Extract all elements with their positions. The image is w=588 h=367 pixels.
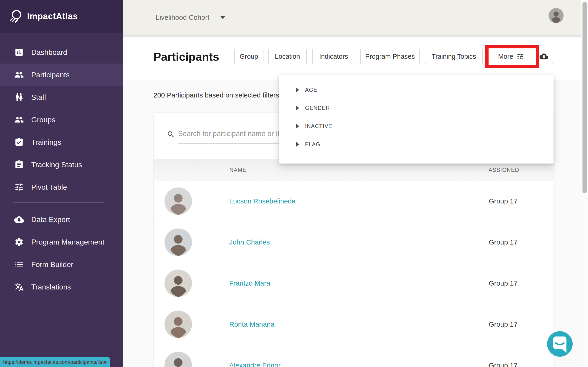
tune-icon (517, 53, 524, 60)
cloud-download-icon (14, 215, 24, 224)
sidebar-item-dashboard[interactable]: Dashboard (0, 41, 123, 64)
dropdown-item-label: FLAG (305, 141, 320, 148)
more-filters-button[interactable]: More (492, 49, 530, 64)
results-summary: 200 Participants based on selected filte… (153, 91, 279, 99)
dropdown-item-age[interactable]: AGE (279, 81, 553, 99)
filter-button-label: Location (275, 53, 300, 60)
app-window: ImpactAtlas Dashboard Participants Staff… (0, 0, 588, 367)
sidebar-item-label: Staff (31, 93, 46, 102)
sidebar-item-participants[interactable]: Participants (0, 64, 123, 86)
participants-page: Participants Group Location Indicators P… (123, 35, 588, 367)
sidebar-item-label: Dashboard (31, 48, 67, 57)
groups-icon (14, 115, 24, 125)
list-icon (14, 260, 24, 269)
sidebar-item-pivot-table[interactable]: Pivot Table (0, 176, 123, 198)
participant-name-link[interactable]: Lucson Rosebelineda (229, 197, 296, 205)
sidebar-item-label: Data Export (31, 215, 70, 224)
more-button-label: More (498, 53, 513, 60)
sidebar-item-staff[interactable]: Staff (0, 86, 123, 108)
assigned-group: Group 17 (489, 320, 518, 328)
filter-button-label: Training Topics (432, 53, 476, 60)
sidebar-item-trainings[interactable]: Trainings (0, 131, 123, 153)
user-avatar[interactable] (548, 8, 564, 23)
filter-button-group[interactable]: Group (234, 49, 263, 64)
triangle-right-icon (296, 88, 299, 92)
filter-button-training-topics[interactable]: Training Topics (425, 49, 483, 64)
triangle-right-icon (296, 106, 299, 110)
scrollbar-track[interactable] (581, 0, 588, 367)
column-header-name: NAME (229, 159, 246, 181)
participant-avatar (164, 269, 192, 297)
sidebar-item-label: Participants (31, 71, 69, 79)
filter-button-label: Indicators (319, 53, 348, 60)
search-icon (167, 130, 175, 139)
translate-icon (14, 282, 24, 292)
dropdown-item-label: INACTIVE (305, 123, 332, 129)
dropdown-item-flag[interactable]: FLAG (279, 135, 553, 153)
sidebar-item-label: Groups (31, 116, 55, 124)
cohort-selector[interactable]: Livelihood Cohort (156, 0, 225, 35)
participant-name-link[interactable]: Ronta Mariana (229, 320, 275, 328)
sidebar-item-data-export[interactable]: Data Export (0, 208, 123, 231)
participant-avatar (164, 352, 192, 367)
sidebar-item-label: Pivot Table (31, 183, 67, 192)
table-row: Lucson Rosebelineda Group 17 (154, 181, 553, 222)
filter-button-location[interactable]: Location (268, 49, 307, 64)
dropdown-item-inactive[interactable]: INACTIVE (279, 117, 553, 135)
sidebar-item-groups[interactable]: Groups (0, 108, 123, 131)
chevron-down-icon (220, 16, 225, 19)
sidebar-item-label: Tracking Status (31, 161, 82, 169)
topbar-shadow (123, 35, 588, 38)
assigned-group: Group 17 (489, 197, 518, 205)
sidebar-item-label: Trainings (31, 138, 61, 147)
impactatlas-logo-icon (9, 9, 23, 24)
topbar: Livelihood Cohort (123, 0, 588, 35)
status-url-tooltip: https://demo.impactatlas.com/participant… (0, 357, 110, 367)
filter-button-label: Program Phases (365, 53, 415, 60)
cohort-label: Livelihood Cohort (156, 14, 209, 21)
clipboard-check-icon (14, 137, 24, 147)
sidebar-item-label: Program Management (31, 238, 104, 246)
assigned-group: Group 17 (489, 279, 518, 287)
participant-name-link[interactable]: Alexandre Ednor (229, 361, 280, 367)
table-row: Alexandre Ednor Group 17 (154, 345, 553, 367)
export-cloud-button[interactable] (535, 49, 553, 64)
avatar-image (548, 8, 564, 23)
assigned-group: Group 17 (489, 361, 518, 367)
staff-icon (14, 92, 24, 102)
participant-avatar (164, 187, 192, 215)
triangle-right-icon (296, 124, 299, 128)
assigned-group: Group 17 (489, 238, 518, 246)
more-filters-dropdown: AGE GENDER INACTIVE FLAG (279, 75, 553, 164)
dropdown-item-label: AGE (305, 87, 317, 93)
participant-avatar (164, 228, 192, 256)
bar-chart-icon (14, 48, 24, 57)
sidebar-item-program-management[interactable]: Program Management (0, 231, 123, 253)
sidebar-item-label: Form Builder (31, 260, 73, 269)
sidebar-nav: Dashboard Participants Staff Groups Trai… (0, 41, 123, 198)
sidebar-item-label: Translations (31, 283, 71, 291)
chat-launcher-button[interactable] (547, 331, 573, 357)
dropdown-item-label: GENDER (305, 105, 330, 111)
clipboard-list-icon (14, 160, 24, 169)
filter-button-program-phases[interactable]: Program Phases (360, 49, 420, 64)
sidebar-nav-secondary: Data Export Program Management Form Buil… (0, 208, 123, 298)
cloud-download-icon (540, 52, 548, 61)
app-logo[interactable]: ImpactAtlas (0, 0, 123, 33)
sidebar-item-tracking-status[interactable]: Tracking Status (0, 153, 123, 176)
page-title: Participants (153, 49, 219, 65)
participant-name-link[interactable]: Frantzo Mara (229, 279, 270, 287)
status-url-text: https://demo.impactatlas.com/participant… (3, 359, 107, 365)
sidebar-item-translations[interactable]: Translations (0, 276, 123, 298)
tune-icon (14, 182, 24, 192)
filter-button-indicators[interactable]: Indicators (312, 49, 355, 64)
participant-name-link[interactable]: John Charles (229, 238, 270, 246)
table-row: Frantzo Mara Group 17 (154, 263, 553, 304)
chat-bubble-icon (547, 331, 573, 357)
scrollbar-thumb[interactable] (582, 2, 587, 193)
people-icon (14, 70, 24, 80)
sidebar-item-form-builder[interactable]: Form Builder (0, 253, 123, 276)
filter-button-label: Group (240, 53, 258, 60)
participant-avatar (164, 311, 192, 338)
dropdown-item-gender[interactable]: GENDER (279, 99, 553, 117)
